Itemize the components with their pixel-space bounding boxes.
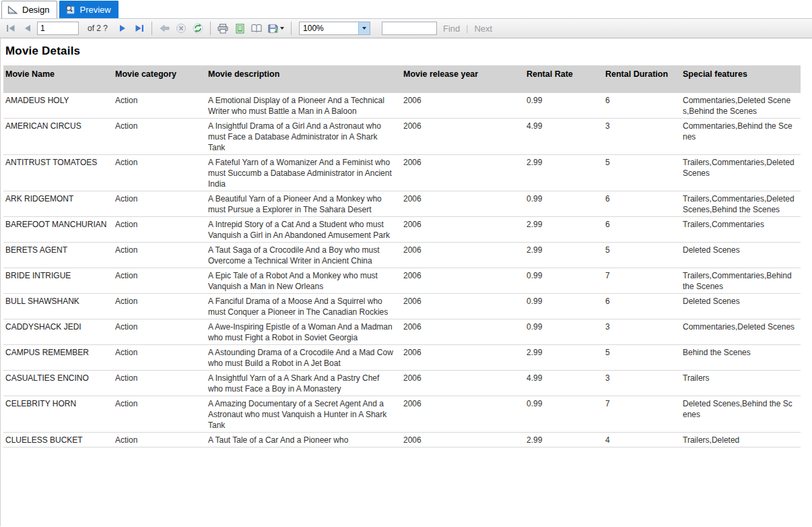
cell-special-features: Commentaries,Deleted Scenes,Behind the S… (681, 93, 801, 119)
cell-movie-description: A Insightful Drama of a Girl And a Astro… (206, 119, 401, 155)
cell-rental-rate: 0.99 (525, 268, 603, 294)
report-toolbar: of 2 ? (0, 19, 812, 38)
cell-movie-name: CAMPUS REMEMBER (3, 345, 113, 371)
table-row: AMADEUS HOLY Action A Emotional Display … (3, 93, 801, 119)
cell-release-year: 2006 (401, 396, 525, 433)
last-page-icon (135, 24, 144, 32)
cell-movie-description: A Beautiful Yarn of a Pioneer And a Monk… (206, 191, 401, 217)
cell-special-features: Behind the Scenes (681, 345, 801, 371)
previous-page-button[interactable] (20, 21, 35, 36)
cell-movie-name: BRIDE INTRIGUE (3, 268, 113, 294)
find-button[interactable]: Find (443, 24, 460, 34)
table-header-row: Movie Name Movie category Movie descript… (3, 65, 801, 93)
preview-magnifier-icon (65, 5, 75, 14)
cell-movie-category: Action (113, 93, 206, 119)
cell-rental-duration: 6 (603, 217, 681, 243)
tab-strip: Design Preview (0, 0, 812, 19)
cell-movie-name: CLUELESS BUCKET (3, 433, 113, 447)
toolbar-separator (291, 22, 292, 35)
zoom-value: 100% (300, 24, 358, 33)
cell-movie-category: Action (113, 191, 206, 217)
table-row: CADDYSHACK JEDI Action A Awe-Inspiring E… (3, 319, 801, 345)
print-layout-button[interactable] (232, 21, 247, 36)
cell-special-features: Trailers (681, 371, 801, 396)
col-header-movie-category: Movie category (113, 65, 206, 93)
table-body: AMADEUS HOLY Action A Emotional Display … (3, 93, 801, 447)
cell-rental-rate: 2.99 (525, 345, 603, 371)
col-header-special-features: Special features (681, 65, 801, 93)
cell-movie-description: A Awe-Inspiring Epistle of a Woman And a… (206, 319, 401, 345)
cell-rental-rate: 2.99 (525, 217, 603, 243)
cell-rental-duration: 5 (603, 243, 681, 268)
refresh-icon (193, 23, 203, 34)
cell-rental-duration: 6 (603, 191, 681, 217)
table-row: ARK RIDGEMONT Action A Beautiful Yarn of… (3, 191, 801, 217)
cell-movie-category: Action (113, 294, 206, 319)
cell-movie-name: CASUALTIES ENCINO (3, 371, 113, 396)
cell-movie-description: A Fanciful Drama of a Moose And a Squirr… (206, 294, 401, 319)
cell-rental-rate: 0.99 (525, 319, 603, 345)
table-row: CASUALTIES ENCINO Action A Insightful Ya… (3, 371, 801, 396)
tab-design-label: Design (22, 5, 49, 15)
previous-page-icon (24, 24, 32, 32)
cell-movie-description: A Taut Saga of a Crocodile And a Boy who… (206, 243, 401, 268)
first-page-icon (6, 24, 15, 32)
first-page-button[interactable] (3, 21, 18, 36)
cell-rental-duration: 5 (603, 345, 681, 371)
page-setup-button[interactable] (249, 21, 264, 36)
back-button[interactable] (157, 21, 172, 36)
table-row: CAMPUS REMEMBER Action A Astounding Dram… (3, 345, 801, 371)
col-header-movie-name: Movie Name (3, 65, 113, 93)
tab-design[interactable]: Design (1, 1, 57, 18)
table-row: ANTITRUST TOMATOES Action A Fateful Yarn… (3, 155, 801, 191)
cell-movie-name: CELEBRITY HORN (3, 396, 113, 433)
zoom-select[interactable]: 100% (299, 22, 370, 35)
cell-rental-duration: 7 (603, 268, 681, 294)
movie-details-table: Movie Name Movie category Movie descript… (3, 65, 801, 447)
col-header-rental-rate: Rental Rate (525, 65, 603, 93)
cell-movie-category: Action (113, 243, 206, 268)
col-header-rental-duration: Rental Duration (603, 65, 681, 93)
next-page-button[interactable] (115, 21, 130, 36)
cell-release-year: 2006 (401, 191, 525, 217)
cell-special-features: Deleted Scenes,Behind the Scenes (681, 396, 801, 433)
last-page-button[interactable] (132, 21, 147, 36)
next-page-icon (119, 24, 127, 32)
cell-release-year: 2006 (401, 93, 525, 119)
cell-movie-description: A Insightful Yarn of a A Shark And a Pas… (206, 371, 401, 396)
cell-rental-duration: 5 (603, 155, 681, 191)
cell-special-features: Commentaries,Behind the Scenes (681, 119, 801, 155)
cell-rental-rate: 0.99 (525, 294, 603, 319)
print-button[interactable] (215, 21, 230, 36)
page-setup-book-icon (251, 24, 262, 33)
cell-movie-category: Action (113, 396, 206, 433)
cell-special-features: Commentaries,Deleted Scenes (681, 319, 801, 345)
cell-release-year: 2006 (401, 433, 525, 447)
table-row: BERETS AGENT Action A Taut Saga of a Cro… (3, 243, 801, 268)
table-row: AMERICAN CIRCUS Action A Insightful Dram… (3, 119, 801, 155)
zoom-dropdown-button[interactable] (358, 22, 370, 34)
cell-movie-description: A Emotional Display of a Pioneer And a T… (206, 93, 401, 119)
cell-special-features: Trailers,Deleted (681, 433, 801, 447)
cell-movie-category: Action (113, 268, 206, 294)
cell-special-features: Deleted Scenes (681, 243, 801, 268)
cell-rental-duration: 3 (603, 371, 681, 396)
cell-rental-duration: 4 (603, 433, 681, 447)
find-text-input[interactable] (382, 22, 437, 35)
find-next-button[interactable]: Next (474, 24, 492, 34)
cell-movie-name: BULL SHAWSHANK (3, 294, 113, 319)
cell-special-features: Deleted Scenes (681, 294, 801, 319)
cell-movie-description: A Taut Tale of a Car And a Pioneer who (206, 433, 401, 447)
cell-movie-category: Action (113, 155, 206, 191)
cell-movie-category: Action (113, 345, 206, 371)
cell-movie-name: BAREFOOT MANCHURIAN (3, 217, 113, 243)
cell-movie-name: CADDYSHACK JEDI (3, 319, 113, 345)
export-button[interactable] (266, 24, 286, 34)
refresh-button[interactable] (191, 21, 205, 36)
tab-preview[interactable]: Preview (59, 1, 118, 18)
cell-rental-rate: 0.99 (525, 396, 603, 433)
stop-button[interactable] (174, 21, 189, 36)
cell-movie-description: A Astounding Drama of a Crocodile And a … (206, 345, 401, 371)
cell-movie-description: A Intrepid Story of a Cat And a Student … (206, 217, 401, 243)
page-number-input[interactable] (37, 22, 79, 35)
